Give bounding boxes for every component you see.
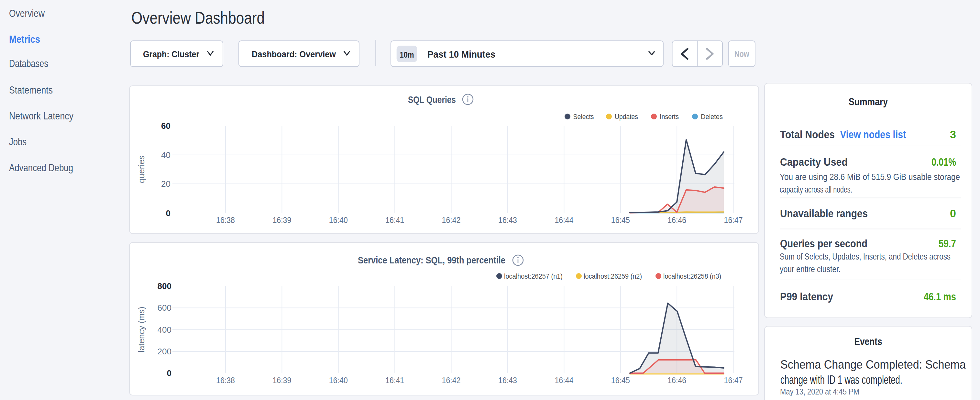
svg-text:16:44: 16:44 — [555, 375, 573, 385]
svg-text:Graph: Cluster: Graph: Cluster — [143, 49, 199, 59]
svg-text:10m: 10m — [400, 50, 414, 59]
svg-text:16:47: 16:47 — [724, 375, 743, 385]
svg-text:You are using 28.6 MiB of 515.: You are using 28.6 MiB of 515.9 GiB usab… — [780, 172, 960, 182]
svg-text:20: 20 — [161, 179, 170, 189]
svg-text:16:39: 16:39 — [272, 215, 291, 225]
svg-text:16:39: 16:39 — [272, 375, 291, 385]
svg-text:Advanced Debug: Advanced Debug — [9, 162, 73, 174]
svg-text:16:43: 16:43 — [498, 215, 517, 225]
svg-text:0: 0 — [166, 209, 170, 218]
svg-text:0: 0 — [167, 368, 172, 378]
svg-text:16:47: 16:47 — [724, 215, 743, 225]
svg-text:P99 latency: P99 latency — [780, 290, 833, 303]
svg-text:Service Latency: SQL, 99th per: Service Latency: SQL, 99th percentile — [358, 255, 505, 265]
svg-text:Schema Change Completed: Schem: Schema Change Completed: Schema — [780, 358, 966, 371]
svg-text:View nodes list: View nodes list — [840, 128, 906, 140]
svg-text:capacity across all nodes.: capacity across all nodes. — [780, 185, 852, 194]
svg-text:800: 800 — [158, 281, 172, 291]
svg-text:Capacity Used: Capacity Used — [780, 156, 848, 168]
svg-text:16:41: 16:41 — [385, 375, 404, 385]
svg-text:400: 400 — [158, 325, 172, 335]
svg-text:change with ID 1 was completed: change with ID 1 was completed. — [780, 373, 902, 386]
svg-text:0: 0 — [950, 207, 956, 220]
svg-text:16:45: 16:45 — [611, 375, 630, 385]
svg-text:16:38: 16:38 — [216, 375, 235, 385]
svg-text:16:46: 16:46 — [667, 375, 686, 385]
svg-text:46.1 ms: 46.1 ms — [924, 290, 956, 303]
svg-text:Overview Dashboard: Overview Dashboard — [131, 8, 265, 27]
svg-text:59.7: 59.7 — [939, 237, 956, 250]
svg-text:Events: Events — [854, 336, 882, 347]
svg-text:16:45: 16:45 — [611, 215, 630, 225]
svg-text:16:40: 16:40 — [329, 215, 348, 225]
svg-text:Jobs: Jobs — [9, 136, 27, 148]
svg-text:Now: Now — [735, 49, 749, 59]
svg-text:Total Nodes: Total Nodes — [780, 128, 835, 140]
svg-text:Selects: Selects — [573, 113, 594, 121]
svg-text:Inserts: Inserts — [660, 113, 679, 121]
svg-text:Deletes: Deletes — [701, 113, 723, 121]
svg-text:Sum of Selects, Updates, Inser: Sum of Selects, Updates, Inserts, and De… — [780, 252, 951, 261]
svg-text:Databases: Databases — [9, 57, 48, 69]
svg-text:60: 60 — [161, 121, 170, 131]
svg-text:Metrics: Metrics — [9, 33, 40, 45]
svg-text:Dashboard: Overview: Dashboard: Overview — [252, 49, 336, 59]
svg-text:0.01%: 0.01% — [931, 156, 956, 168]
svg-text:Overview: Overview — [9, 8, 45, 19]
svg-text:localhost:26258 (n3): localhost:26258 (n3) — [663, 272, 721, 280]
svg-text:Updates: Updates — [615, 113, 638, 121]
svg-text:localhost:26259 (n2): localhost:26259 (n2) — [584, 272, 642, 280]
svg-text:16:38: 16:38 — [216, 215, 235, 225]
svg-text:Unavailable ranges: Unavailable ranges — [780, 207, 868, 220]
svg-text:16:46: 16:46 — [667, 215, 686, 225]
svg-text:Summary: Summary — [849, 96, 888, 107]
svg-text:40: 40 — [161, 150, 170, 160]
svg-text:your entire cluster.: your entire cluster. — [780, 264, 840, 274]
svg-text:16:44: 16:44 — [555, 215, 573, 225]
svg-text:3: 3 — [950, 128, 956, 140]
svg-text:200: 200 — [158, 347, 172, 356]
svg-text:latency (ms): latency (ms) — [137, 306, 146, 352]
svg-text:queries: queries — [137, 155, 146, 183]
svg-text:16:42: 16:42 — [442, 215, 461, 225]
svg-text:May 13, 2020 at 4:45 PM: May 13, 2020 at 4:45 PM — [780, 387, 859, 396]
svg-text:localhost:26257 (n1): localhost:26257 (n1) — [504, 272, 563, 280]
svg-text:600: 600 — [158, 303, 172, 312]
svg-text:Statements: Statements — [9, 84, 53, 96]
svg-text:16:43: 16:43 — [498, 375, 517, 385]
svg-text:SQL Queries: SQL Queries — [408, 94, 456, 105]
svg-text:Queries per second: Queries per second — [780, 237, 867, 250]
svg-text:Network Latency: Network Latency — [9, 110, 73, 122]
svg-text:Past 10 Minutes: Past 10 Minutes — [427, 49, 495, 59]
svg-text:16:40: 16:40 — [329, 375, 348, 385]
svg-text:16:42: 16:42 — [442, 375, 461, 385]
svg-text:16:41: 16:41 — [385, 215, 404, 225]
